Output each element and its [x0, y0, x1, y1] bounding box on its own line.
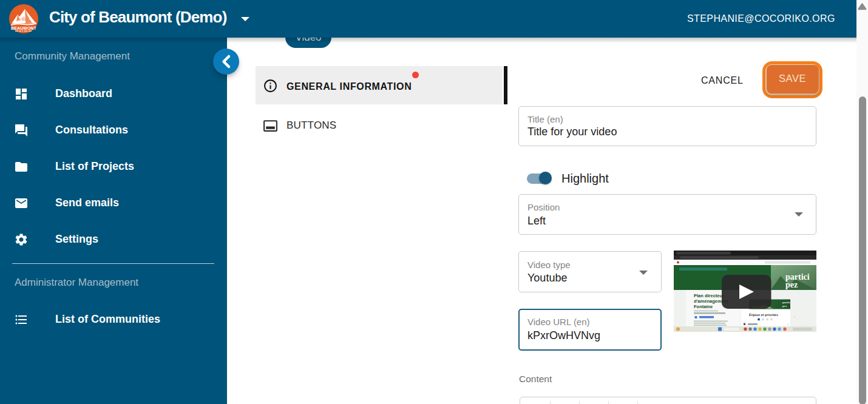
svg-text:pez: pez: [782, 305, 787, 308]
svg-text:Fontaine: Fontaine: [694, 304, 713, 309]
svg-text:BEAUMONT: BEAUMONT: [11, 26, 37, 30]
svg-text:Enjeux et priorités: Enjeux et priorités: [749, 313, 778, 317]
svg-text:Plan directeur: Plan directeur: [694, 293, 724, 298]
svg-text:partici: partici: [782, 301, 792, 304]
svg-text:pez: pez: [785, 280, 798, 289]
